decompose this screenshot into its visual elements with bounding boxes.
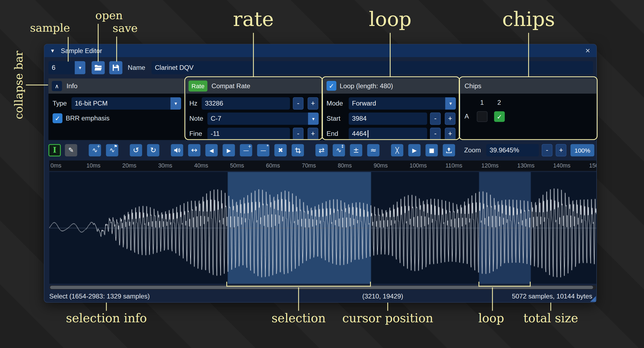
fade-out-button[interactable]: ▶ bbox=[223, 144, 235, 157]
name-label: Name bbox=[128, 61, 145, 74]
dash-icon: — bbox=[260, 147, 266, 153]
open-sample-button[interactable] bbox=[91, 61, 105, 74]
brr-emphasis-checkbox[interactable]: ✓ bbox=[53, 113, 62, 123]
close-button[interactable]: × bbox=[582, 45, 593, 56]
checkmark-icon: ✓ bbox=[497, 113, 502, 120]
delete-button[interactable]: ✖ bbox=[274, 144, 287, 157]
sample-dropdown-icon[interactable]: ▼ bbox=[75, 61, 85, 74]
select-tool-button[interactable]: I bbox=[48, 144, 61, 157]
swap-arrows-icon: ⇄ bbox=[319, 147, 325, 154]
draw-tool-button[interactable]: ✎ bbox=[65, 144, 77, 157]
crop-icon bbox=[294, 147, 301, 154]
resize-grip[interactable] bbox=[590, 296, 596, 302]
chip-row-label: A bbox=[465, 111, 469, 122]
hz-input[interactable]: 33286 bbox=[202, 97, 290, 110]
crossfade-button[interactable]: ╳ bbox=[391, 144, 403, 157]
ruler-tick: 40ms bbox=[194, 162, 208, 169]
zoom-reset-button[interactable]: 100% bbox=[570, 144, 594, 157]
annotation-line-rate bbox=[253, 33, 254, 77]
ibeam-cursor-icon: I bbox=[53, 147, 56, 154]
folder-open-icon bbox=[94, 64, 102, 72]
undo-icon: ↺ bbox=[133, 147, 139, 154]
ruler-tick: 20ms bbox=[122, 162, 136, 169]
play-button[interactable]: ▶ bbox=[408, 144, 421, 157]
waveform-canvas[interactable] bbox=[49, 172, 596, 284]
amplify-button[interactable] bbox=[171, 144, 183, 157]
loop-mode-label: Mode bbox=[326, 97, 343, 110]
fine-input[interactable]: -11 bbox=[207, 128, 290, 140]
crossed-lines-icon: ╳ bbox=[395, 147, 399, 153]
resample-button[interactable]: ∿ ⚑ bbox=[106, 144, 118, 157]
loop-end-minus-button[interactable]: - bbox=[430, 128, 441, 140]
sample-editor-window: ▼ Sample Editor × 6 ▼ Name Clarinet DQV bbox=[44, 44, 597, 303]
loop-panel-title: Loop (length: 480) bbox=[340, 82, 393, 90]
sample-type-value: 16-bit PCM bbox=[75, 100, 107, 107]
chip-1-checkbox[interactable] bbox=[477, 111, 487, 122]
undo-button[interactable]: ↺ bbox=[130, 144, 142, 157]
save-sample-button[interactable] bbox=[109, 61, 123, 74]
status-cursor-position: (3210, 19429) bbox=[362, 291, 403, 302]
fine-minus-button[interactable]: - bbox=[293, 128, 303, 140]
loop-start-minus-button[interactable]: - bbox=[430, 113, 441, 125]
type-dropdown-icon[interactable]: ▼ bbox=[171, 97, 181, 110]
window-collapse-icon[interactable]: ▼ bbox=[50, 48, 55, 54]
rate-panel-header: Rate Compat Rate bbox=[186, 78, 322, 94]
hz-plus-button[interactable]: + bbox=[308, 97, 318, 110]
right-triangle-icon: ▶ bbox=[227, 147, 231, 153]
chip-2-checkbox[interactable]: ✓ bbox=[494, 111, 505, 122]
loop-end-plus-button[interactable]: + bbox=[445, 128, 455, 140]
sign-button[interactable]: ± bbox=[350, 144, 362, 157]
trim-button[interactable] bbox=[292, 144, 304, 157]
zoom-input[interactable]: 39.9645% bbox=[486, 144, 539, 157]
resize-button[interactable]: ∿ + bbox=[89, 144, 101, 157]
fine-plus-button[interactable]: + bbox=[308, 128, 318, 140]
chips-panel-title: Chips bbox=[465, 82, 481, 90]
floppy-disk-icon bbox=[112, 64, 120, 72]
filter-button[interactable]: ≈ bbox=[367, 144, 380, 157]
loop-enable-checkbox[interactable]: ✓ bbox=[326, 81, 336, 91]
annotation-line-selection-info bbox=[106, 303, 107, 311]
loop-end-input[interactable]: 4464 bbox=[349, 128, 427, 140]
fade-in-button[interactable]: ◀ bbox=[205, 144, 218, 157]
upload-icon bbox=[445, 147, 453, 154]
invert-button[interactable]: ∿ ↕ bbox=[333, 144, 345, 157]
loop-mode-select[interactable]: Forward ▼ bbox=[349, 97, 456, 110]
rate-badge-button[interactable]: Rate bbox=[188, 80, 207, 91]
zoom-in-button[interactable]: + bbox=[556, 144, 566, 157]
ruler-tick: 80ms bbox=[338, 162, 352, 169]
rate-panel-title: Compat Rate bbox=[211, 82, 250, 90]
status-selection-info: Select (1654-2983: 1329 samples) bbox=[49, 291, 150, 302]
sample-name-input[interactable]: Clarinet DQV bbox=[152, 61, 593, 74]
loop-start-plus-button[interactable]: + bbox=[445, 113, 455, 125]
info-collapse-button[interactable]: ∧ bbox=[52, 81, 62, 91]
ruler-tick: 0ms bbox=[51, 162, 61, 169]
zoom-out-button[interactable]: - bbox=[542, 144, 552, 157]
redo-button[interactable]: ↻ bbox=[147, 144, 159, 157]
apply-silence-button[interactable]: — * bbox=[257, 144, 270, 157]
sample-number-select[interactable]: 6 ▼ bbox=[48, 61, 86, 74]
sample-type-select[interactable]: 16-bit PCM ▼ bbox=[71, 97, 181, 110]
loop-start-input[interactable]: 3984 bbox=[349, 113, 427, 125]
fine-value: -11 bbox=[211, 130, 220, 137]
stop-button[interactable]: ■ bbox=[426, 144, 438, 157]
loop-mode-dropdown-icon[interactable]: ▼ bbox=[445, 97, 456, 110]
annotation-loop: loop bbox=[369, 7, 412, 30]
normalize-button[interactable]: ↔ bbox=[188, 144, 201, 157]
insert-silence-button[interactable]: — + bbox=[240, 144, 252, 157]
ruler-tick: 90ms bbox=[374, 162, 388, 169]
loop-bracket bbox=[479, 282, 531, 287]
export-button[interactable] bbox=[443, 144, 455, 157]
note-dropdown-icon[interactable]: ▼ bbox=[308, 113, 319, 125]
annotation-line-open bbox=[98, 24, 99, 62]
brr-emphasis-label: BRR emphasis bbox=[66, 113, 110, 123]
annotation-line-cursor bbox=[387, 303, 388, 311]
loop-mode-value: Forward bbox=[352, 100, 376, 107]
note-select[interactable]: C-7 ▼ bbox=[207, 113, 319, 125]
annotation-line-collapse bbox=[26, 85, 48, 86]
vertical-arrows-badge-icon: ↕ bbox=[341, 144, 344, 149]
annotation-line-total-size bbox=[550, 303, 551, 311]
window-titlebar[interactable]: ▼ Sample Editor × bbox=[44, 44, 596, 57]
hz-minus-button[interactable]: - bbox=[293, 97, 303, 110]
ruler-tick: 140ms bbox=[553, 162, 571, 169]
reverse-button[interactable]: ⇄ bbox=[315, 144, 328, 157]
